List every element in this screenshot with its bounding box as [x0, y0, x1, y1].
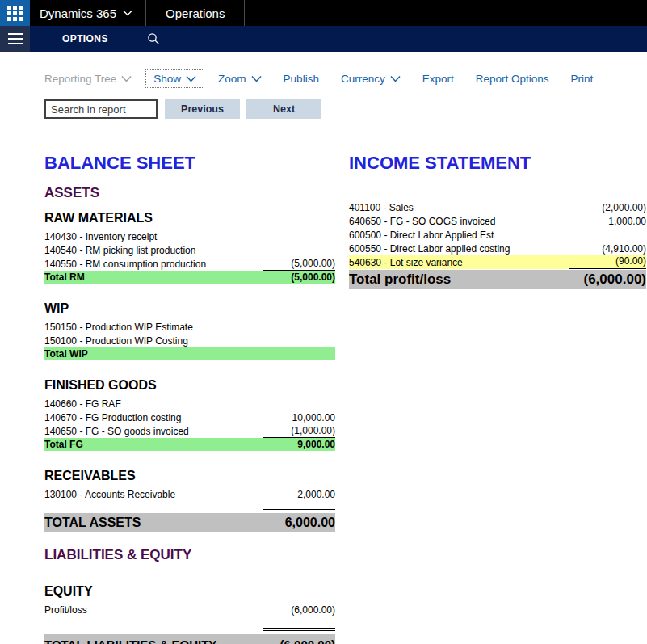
report-row: 130100 - Accounts Receivable2,000.00 [44, 487, 335, 501]
hamburger-menu-icon[interactable] [0, 26, 30, 52]
next-button[interactable]: Next [246, 99, 321, 119]
app-title-label: Operations [166, 6, 225, 20]
toolbar-item-currency[interactable]: Currency [341, 73, 401, 85]
toolbar-item-label: Zoom [218, 73, 246, 85]
report-row: 140550 - RM consumption production(5,000… [44, 257, 335, 271]
account-label: 540630 - Lot size variance [349, 257, 463, 268]
balance-sheet-title: BALANCE SHEET [44, 153, 335, 174]
total-row-yellow: 540630 - Lot size variance(90.00) [349, 255, 646, 269]
toolbar-item-label: Reporting Tree [44, 73, 116, 85]
toolbar-item-export[interactable]: Export [422, 73, 454, 85]
account-label: 401100 - Sales [349, 202, 414, 213]
app-launcher-button[interactable] [0, 0, 30, 26]
chevron-down-icon [390, 75, 401, 82]
total-liabilities-equity-row: TOTAL LIABILITIES & EQUITY (6,000.00) [44, 634, 335, 644]
total-label: Total profit/loss [349, 271, 451, 288]
report-search-row: Previous Next [44, 99, 647, 119]
account-label: 150100 - Production WIP Costing [44, 335, 188, 347]
account-value [263, 333, 335, 334]
report-row: 401100 - Sales(2,000.00) [349, 200, 646, 214]
account-value[interactable]: 1,000.00 [569, 216, 646, 228]
account-label: 140540 - RM picking list production [44, 245, 195, 256]
account-value[interactable]: 9,000.00 [263, 439, 335, 451]
report-row: 140660 - FG RAF [44, 397, 335, 410]
account-value[interactable]: (90.00) [569, 255, 646, 269]
account-label: Profit/loss [44, 604, 87, 616]
income-statement-column: INCOME STATEMENT 401100 - Sales(2,000.00… [349, 153, 646, 644]
account-label: 130100 - Accounts Receivable [44, 489, 175, 500]
total-label: TOTAL LIABILITIES & EQUITY [44, 638, 216, 644]
previous-button[interactable]: Previous [165, 99, 240, 119]
account-value [263, 354, 335, 355]
toolbar-item-label: Show [153, 73, 181, 85]
divider [244, 0, 245, 26]
toolbar-item-report-options[interactable]: Report Options [476, 73, 549, 85]
equity-heading: EQUITY [44, 584, 335, 599]
chevron-down-icon [251, 75, 262, 82]
app-title-operations[interactable]: Operations [146, 0, 244, 26]
total-row-green: Total FG9,000.00 [44, 438, 335, 451]
account-value[interactable]: (4,910.00) [569, 243, 646, 255]
income-statement-rows: 401100 - Sales(2,000.00)640650 - FG - SO… [349, 200, 646, 269]
report-row: 640650 - FG - SO COGS invoiced1,000.00 [349, 214, 646, 228]
section-heading-raw-materials: RAW MATERIALS [44, 211, 335, 225]
account-value[interactable]: (5,000.00) [263, 258, 335, 271]
app-top-bar: Dynamics 365 Operations [0, 0, 647, 26]
account-label: 140430 - Inventory receipt [44, 231, 157, 242]
report-row: 150100 - Production WIP Costing [44, 334, 335, 347]
account-label: 140550 - RM consumption production [44, 259, 206, 270]
account-label: Total FG [44, 439, 83, 450]
toolbar-item-publish[interactable]: Publish [284, 73, 319, 85]
account-value[interactable]: 2,000.00 [263, 489, 335, 501]
account-label: Total WIP [44, 348, 88, 360]
toolbar-item-label: Report Options [476, 73, 549, 85]
toolbar-item-label: Currency [341, 73, 385, 85]
report-viewer: BALANCE SHEET ASSETS RAW MATERIALS140430… [44, 153, 647, 644]
toolbar-item-reporting-tree: Reporting Tree [44, 73, 132, 85]
report-row: 140670 - FG Production costing10,000.00 [44, 410, 335, 424]
toolbar-item-zoom[interactable]: Zoom [218, 73, 262, 85]
balance-sheet-column: BALANCE SHEET ASSETS RAW MATERIALS140430… [44, 153, 335, 644]
search-icon[interactable] [147, 32, 160, 45]
liabilities-equity-heading: LIABILITIES & EQUITY [44, 547, 335, 563]
toolbar-item-print[interactable]: Print [570, 73, 593, 85]
account-value[interactable]: (6,000.00) [263, 604, 335, 617]
total-row-green: Total WIP [44, 347, 335, 360]
account-value [569, 241, 646, 242]
section-heading-finished-goods: FINISHED GOODS [44, 378, 335, 393]
account-label: 140660 - FG RAF [44, 398, 121, 410]
report-row: 150150 - Production WIP Estimate [44, 320, 335, 334]
account-value [263, 346, 335, 347]
total-value[interactable]: 6,000.00 [285, 516, 335, 530]
total-value[interactable]: (6,000.00) [280, 638, 335, 644]
section-heading-wip: WIP [44, 301, 335, 316]
total-row-green: Total RM(5,000.00) [44, 271, 335, 284]
assets-heading: ASSETS [44, 185, 335, 201]
account-label: Total RM [44, 271, 85, 283]
account-value [263, 242, 335, 243]
account-value[interactable]: (2,000.00) [569, 202, 646, 214]
double-rule [263, 628, 335, 631]
balance-sheet-sections: RAW MATERIALS140430 - Inventory receipt1… [44, 211, 335, 501]
chevron-down-icon [186, 75, 196, 82]
account-value[interactable]: (5,000.00) [263, 271, 335, 284]
total-value[interactable]: (6,000.00) [584, 271, 647, 288]
double-rule [263, 507, 335, 510]
report-row: 600500 - Direct Labor Applied Est [349, 228, 646, 242]
chevron-down-icon [123, 10, 132, 16]
toolbar-item-label: Export [422, 73, 454, 85]
search-input[interactable] [44, 99, 158, 119]
account-value[interactable]: 10,000.00 [263, 412, 335, 424]
account-value[interactable]: (1,000.00) [263, 425, 335, 438]
report-row: 600550 - Direct Labor applied costing(4,… [349, 242, 646, 255]
account-label: 140650 - FG - SO goods invoiced [44, 426, 189, 437]
report-row: 140650 - FG - SO goods invoiced(1,000.00… [44, 424, 335, 438]
options-menu[interactable]: OPTIONS [62, 33, 108, 44]
report-row: Profit/loss(6,000.00) [44, 603, 335, 617]
dynamics-365-menu[interactable]: Dynamics 365 [30, 0, 145, 26]
account-value [263, 256, 335, 257]
report-row: 140430 - Inventory receipt [44, 229, 335, 243]
total-profit-loss-row: Total profit/loss (6,000.00) [349, 270, 646, 289]
account-label: 140670 - FG Production costing [44, 412, 181, 423]
toolbar-item-show[interactable]: Show [145, 69, 204, 88]
